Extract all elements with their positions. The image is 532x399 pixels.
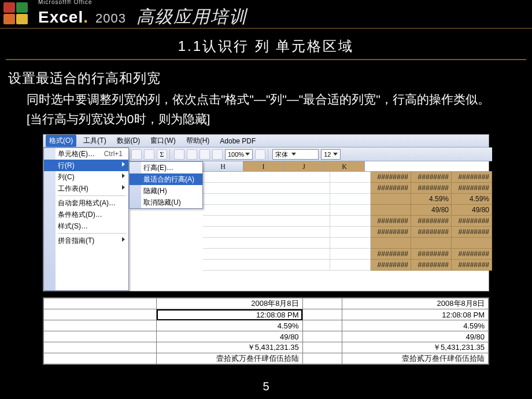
cell[interactable]: ######## (452, 260, 492, 271)
cell[interactable] (203, 172, 330, 183)
wide-cell[interactable]: 4.59% (342, 320, 489, 331)
cell[interactable] (330, 205, 371, 216)
wide-cell[interactable]: 12:08:08 PM (157, 309, 303, 320)
cell[interactable]: ######## (371, 216, 411, 227)
cell[interactable]: ######## (371, 172, 411, 183)
menubar-item[interactable]: 工具(T) (80, 135, 109, 147)
cell[interactable] (371, 194, 411, 205)
wide-cell[interactable]: 49/80 (342, 331, 489, 342)
cell[interactable] (330, 183, 371, 194)
submenu-hide[interactable]: 隐藏(H) (130, 185, 202, 197)
wide-cell[interactable]: 壹拾贰万叁仟肆佰伍拾陆 (342, 353, 489, 364)
menu-item-autoformat[interactable]: 自动套用格式(A)… (44, 197, 128, 209)
col-header-k[interactable]: K (324, 161, 365, 171)
cell[interactable]: 4.59% (452, 194, 492, 205)
cell[interactable]: 49/80 (411, 205, 452, 216)
cell[interactable]: 4.59% (411, 194, 452, 205)
submenu-row-height[interactable]: 行高(E)… (130, 162, 202, 173)
col-header-h[interactable]: H (203, 161, 243, 171)
cell[interactable]: ######## (371, 260, 411, 271)
cell[interactable] (203, 227, 330, 238)
cell[interactable] (203, 260, 330, 271)
cell[interactable] (330, 227, 371, 238)
cell[interactable]: ######## (411, 183, 452, 194)
chart-icon[interactable] (200, 149, 210, 160)
slide-title-wrap: 1.1认识行 列 单元格区域 (6, 29, 526, 60)
cell[interactable]: ######## (411, 249, 452, 260)
cell[interactable] (371, 205, 411, 216)
toolbar-icon[interactable] (131, 149, 142, 160)
menu-item-phonetic[interactable]: 拼音指南(T) (44, 235, 128, 246)
cell[interactable] (203, 183, 330, 194)
help-icon[interactable] (255, 149, 265, 160)
sum-icon[interactable]: Σ (157, 149, 167, 160)
wide-cell[interactable]: ￥5,431,231.35 (342, 342, 489, 353)
wide-cell-lead[interactable] (44, 309, 157, 320)
wide-cell[interactable]: 12:08:08 PM (342, 309, 489, 320)
cell[interactable]: ######## (411, 216, 452, 227)
cell[interactable]: 49/80 (452, 205, 492, 216)
menu-item-row[interactable]: 行(R) (44, 160, 128, 171)
menubar-item[interactable]: 格式(O) (46, 135, 76, 147)
menu-item-column[interactable]: 列(C) (44, 171, 128, 183)
wide-cell-lead[interactable] (44, 353, 157, 364)
submenu-autofit-row[interactable]: 最适合的行高(A) (130, 173, 202, 185)
col-header-j[interactable]: J (284, 161, 324, 171)
wide-cell-lead[interactable] (44, 331, 157, 342)
col-header-i[interactable]: I (243, 161, 284, 171)
menubar-item[interactable]: 帮助(H) (183, 135, 213, 147)
menu-item-style[interactable]: 样式(S)… (44, 220, 128, 232)
cell[interactable]: ######## (452, 216, 492, 227)
wide-cell[interactable]: 2008年8月8日 (157, 298, 303, 309)
cell[interactable]: ######## (452, 183, 492, 194)
body-text: 设置最适合的行高和列宽 同时选中要调整列宽的列，依次点击"格式"—"列"—"最合… (0, 60, 532, 131)
wide-cell[interactable]: 4.59% (157, 320, 303, 331)
menubar-item[interactable]: 数据(D) (113, 135, 144, 147)
cell[interactable] (203, 216, 330, 227)
cell[interactable]: ######## (452, 249, 492, 260)
cell[interactable] (371, 238, 411, 249)
cell[interactable]: ######## (452, 227, 492, 238)
cell[interactable] (330, 216, 371, 227)
cell[interactable] (330, 238, 371, 249)
worksheet-grid[interactable]: ########################################… (203, 172, 492, 291)
cell[interactable]: ######## (411, 260, 452, 271)
wide-cell[interactable]: 49/80 (157, 331, 303, 342)
font-select[interactable]: 宋体 (272, 149, 319, 160)
cell[interactable] (452, 238, 492, 249)
cell[interactable] (411, 238, 452, 249)
zoom-box[interactable]: 100% (225, 149, 253, 160)
drawing-icon[interactable] (212, 149, 223, 160)
cell[interactable] (203, 194, 330, 205)
menubar-item[interactable]: Adobe PDF (216, 136, 259, 146)
wide-cell[interactable]: 2008年8月8日 (342, 298, 489, 309)
wide-cell[interactable]: ￥5,431,231.35 (157, 342, 303, 353)
sort-desc-icon[interactable] (187, 149, 197, 160)
cell[interactable] (203, 238, 330, 249)
menu-item-sheet[interactable]: 工作表(H) (44, 183, 128, 194)
cell[interactable] (203, 205, 330, 216)
toolbar-icon[interactable] (144, 149, 154, 160)
font-size-select[interactable]: 12 (321, 149, 341, 160)
wide-cell-lead[interactable] (44, 320, 157, 331)
cell[interactable]: ######## (371, 227, 411, 238)
cell[interactable] (330, 260, 371, 271)
cell[interactable]: ######## (411, 172, 452, 183)
cell[interactable] (330, 172, 371, 183)
menu-item-cells[interactable]: 单元格(E)… Ctrl+1 (44, 148, 128, 160)
menubar-item[interactable]: 窗口(W) (147, 135, 179, 147)
cell[interactable]: ######## (411, 227, 452, 238)
cell[interactable]: ######## (371, 183, 411, 194)
sort-asc-icon[interactable] (174, 149, 184, 160)
cell[interactable]: ######## (371, 249, 411, 260)
cell[interactable] (330, 194, 371, 205)
wide-cell-lead[interactable] (44, 298, 157, 309)
cell[interactable] (203, 249, 330, 260)
cell[interactable] (330, 249, 371, 260)
submenu-unhide[interactable]: 取消隐藏(U) (130, 197, 202, 208)
wide-cell[interactable]: 壹拾贰万叁仟肆佰伍拾陆 (157, 353, 303, 364)
cell[interactable]: ######## (452, 172, 492, 183)
menu-item-conditional[interactable]: 条件格式(D)… (44, 209, 128, 220)
wide-cell-lead[interactable] (44, 342, 157, 353)
format-menu: 单元格(E)… Ctrl+1 行(R) 列(C) 工作表(H) 自动套用格式(A… (43, 147, 129, 291)
